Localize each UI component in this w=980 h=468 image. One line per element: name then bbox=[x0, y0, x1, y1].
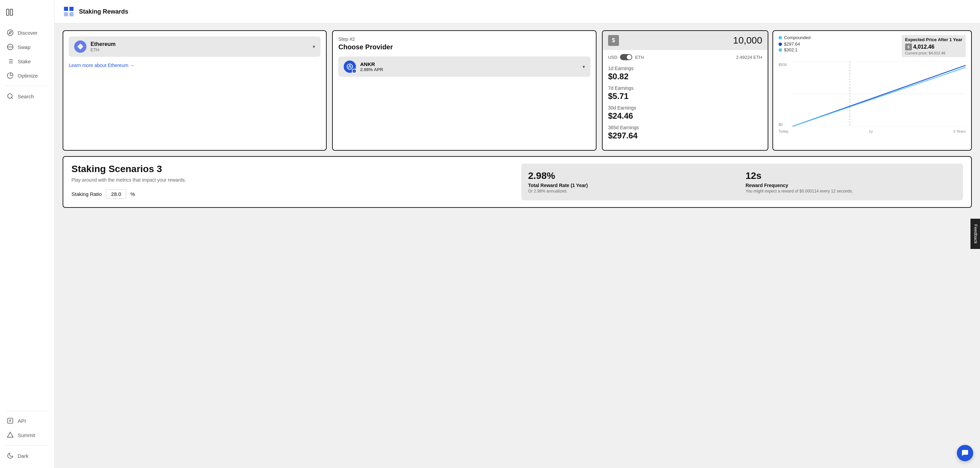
y-label-top: $934 bbox=[778, 63, 791, 67]
metric-rate-value: 2.98% bbox=[528, 170, 739, 181]
metric-freq-value: 12s bbox=[746, 170, 956, 181]
content-area: Ethereum ETH ▾ Learn more about Ethereum… bbox=[54, 24, 980, 215]
search-icon bbox=[7, 93, 14, 100]
scenarios-title: Staking Scenarios 3 bbox=[72, 163, 513, 175]
legend-compounded: Compounded bbox=[778, 35, 811, 40]
asset-name: Ethereum bbox=[91, 41, 116, 47]
earning-365d-value: $297.64 bbox=[608, 131, 762, 140]
metric-rate-sub: Or 2.98% annualized. bbox=[528, 189, 739, 194]
moon-icon bbox=[7, 452, 14, 459]
summit-icon bbox=[7, 432, 14, 438]
svg-rect-16 bbox=[64, 7, 68, 11]
earning-7d-value: $5.71 bbox=[608, 92, 762, 101]
toggle-knob bbox=[627, 55, 632, 60]
scenarios-card: Staking Scenarios 3 Play around with the… bbox=[63, 156, 972, 208]
feedback-button[interactable]: Feedback bbox=[970, 219, 980, 249]
y-axis: $934 $0 bbox=[778, 61, 792, 127]
svg-marker-21 bbox=[80, 44, 83, 47]
metric-freq-sub: You might expect a reward of $0.000114 e… bbox=[746, 189, 956, 194]
svg-marker-15 bbox=[8, 432, 13, 437]
earning-7d-period: 7d Earnings bbox=[608, 86, 762, 91]
sidebar-nav: Discover Swap Stake Optimize Search bbox=[0, 26, 54, 408]
header: Staking Rewards bbox=[54, 0, 980, 24]
page-title: Staking Rewards bbox=[79, 8, 128, 15]
metric-freq-label: Reward Frequency bbox=[746, 182, 956, 188]
sidebar-item-stake[interactable]: Stake bbox=[0, 54, 54, 68]
dot-297 bbox=[778, 43, 782, 46]
earning-365d: 365d Earnings $297.64 bbox=[608, 125, 762, 140]
currency-toggle[interactable] bbox=[620, 54, 632, 60]
sidebar-item-discover-label: Discover bbox=[18, 30, 37, 36]
optimize-icon bbox=[7, 72, 14, 79]
earning-365d-period: 365d Earnings bbox=[608, 125, 762, 130]
usd-label: USD bbox=[608, 55, 617, 60]
scenarios-desc: Play around with the metrics that impact… bbox=[72, 177, 513, 182]
sidebar-item-api[interactable]: API bbox=[0, 414, 54, 428]
stake-icon bbox=[7, 58, 14, 65]
amount-row: $ 10,000 bbox=[603, 31, 768, 50]
earning-7d: 7d Earnings $5.71 bbox=[608, 86, 762, 101]
sidebar: Discover Swap Stake Optimize Search bbox=[0, 0, 54, 468]
sidebar-item-summit[interactable]: Summit bbox=[0, 428, 54, 442]
staking-ratio-input[interactable] bbox=[106, 189, 126, 198]
provider-card: Step #2 Choose Provider ✓ bbox=[332, 30, 596, 151]
chart-x-labels: Today 1y 3 Years bbox=[773, 129, 971, 136]
sidebar-divider bbox=[5, 86, 49, 86]
svg-rect-17 bbox=[69, 7, 73, 11]
y-label-bottom: $0 bbox=[778, 122, 791, 127]
asset-info: Ethereum ETH bbox=[74, 40, 116, 53]
learn-more-link[interactable]: Learn more about Ethereum → bbox=[69, 63, 134, 68]
sidebar-item-optimize[interactable]: Optimize bbox=[0, 69, 54, 82]
eth-label: ETH bbox=[635, 55, 644, 60]
metric-reward-rate: 2.98% Total Reward Rate (1 Year) Or 2.98… bbox=[528, 170, 739, 194]
logo bbox=[63, 5, 75, 18]
chart-wrapper: $934 $0 bbox=[778, 61, 966, 127]
expected-title: Expected Price After 1 Year bbox=[905, 37, 962, 42]
sidebar-bottom: API Summit Dark bbox=[0, 414, 54, 463]
compounded-dot bbox=[778, 36, 782, 40]
sidebar-item-search[interactable]: Search bbox=[0, 89, 54, 103]
sidebar-item-swap-label: Swap bbox=[18, 44, 30, 50]
sidebar-item-optimize-label: Optimize bbox=[18, 73, 38, 79]
svg-point-2 bbox=[8, 30, 13, 36]
provider-info: ✓ ANKR 2.98% APR bbox=[344, 60, 383, 73]
earning-1d-period: 1d Earnings bbox=[608, 66, 762, 71]
earning-1d: 1d Earnings $0.82 bbox=[608, 66, 762, 81]
provider-apr: 2.98% APR bbox=[360, 67, 383, 72]
chart-card: Compounded $297.64 $302.1 bbox=[772, 30, 972, 151]
svg-marker-3 bbox=[9, 31, 11, 34]
svg-line-28 bbox=[792, 67, 966, 127]
amount-value: 10,000 bbox=[622, 35, 762, 46]
sidebar-item-dark[interactable]: Dark bbox=[0, 449, 54, 463]
x-label-3y: 3 Years bbox=[953, 129, 966, 133]
legend: Compounded $297.64 $302.1 bbox=[778, 35, 811, 52]
earning-1d-value: $0.82 bbox=[608, 72, 762, 81]
cards-row: Ethereum ETH ▾ Learn more about Ethereum… bbox=[63, 30, 972, 151]
label-297: $297.64 bbox=[784, 41, 800, 47]
provider-name: ANKR bbox=[360, 61, 383, 67]
sidebar-item-swap[interactable]: Swap bbox=[0, 40, 54, 54]
label-302: $302.1 bbox=[784, 47, 798, 52]
earning-30d-value: $24.46 bbox=[608, 111, 762, 121]
asset-card: Ethereum ETH ▾ Learn more about Ethereum… bbox=[63, 30, 327, 151]
eth-amount: 2.49224 ETH bbox=[736, 55, 762, 60]
dollar-badge: $ bbox=[608, 35, 619, 46]
svg-line-13 bbox=[11, 98, 13, 99]
logo-svg bbox=[63, 5, 75, 18]
provider-selector[interactable]: ✓ ANKR 2.98% APR ▾ bbox=[338, 57, 590, 77]
svg-point-12 bbox=[8, 94, 12, 98]
asset-symbol: ETH bbox=[91, 47, 116, 52]
sidebar-item-discover[interactable]: Discover bbox=[0, 26, 54, 40]
sidebar-toggle[interactable] bbox=[0, 5, 54, 26]
chat-button[interactable] bbox=[957, 445, 973, 461]
staking-ratio-label: Staking Ratio bbox=[72, 191, 102, 197]
staking-ratio-unit: % bbox=[130, 191, 135, 197]
metric-frequency: 12s Reward Frequency You might expect a … bbox=[746, 170, 956, 194]
dark-divider bbox=[5, 445, 49, 446]
chart-area: $934 $0 bbox=[773, 61, 971, 129]
svg-rect-19 bbox=[69, 12, 73, 16]
metric-rate-label: Total Reward Rate (1 Year) bbox=[528, 182, 739, 188]
expected-val-row: $ 4,012.46 bbox=[905, 44, 962, 50]
asset-selector[interactable]: Ethereum ETH ▾ bbox=[69, 36, 321, 57]
sidebar-item-api-label: API bbox=[18, 418, 26, 424]
